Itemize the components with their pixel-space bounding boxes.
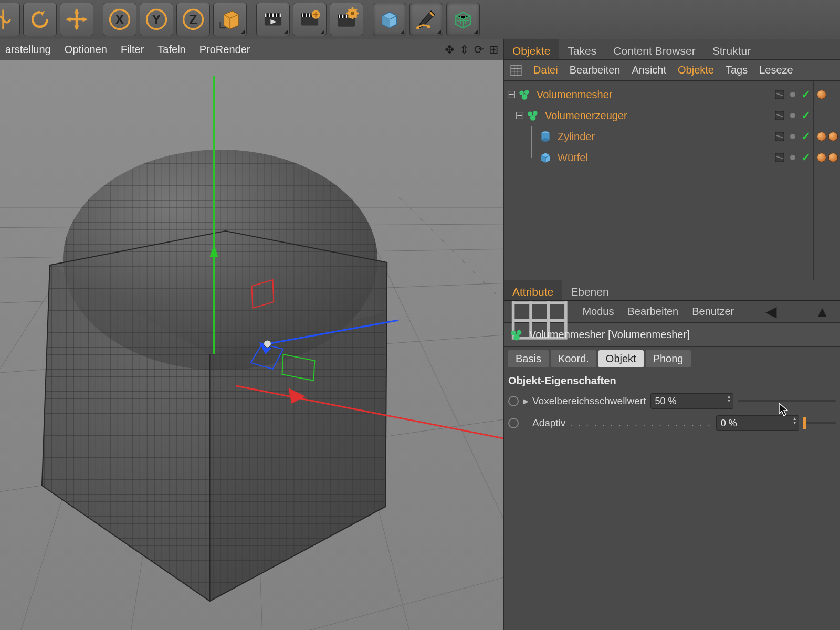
- top-toolbar: X Y Z: [0, 0, 840, 39]
- subtab-basis[interactable]: Basis: [508, 350, 549, 368]
- render-region-button[interactable]: [293, 3, 327, 36]
- phong-tag-icon[interactable]: [828, 132, 838, 141]
- om-menu-objekte[interactable]: Objekte: [678, 64, 714, 76]
- cube-icon: [539, 151, 552, 164]
- om-menu-tags[interactable]: Tags: [726, 64, 748, 76]
- render-settings-button[interactable]: [330, 3, 363, 36]
- param-value-text: 0 %: [721, 418, 737, 429]
- generator-button[interactable]: [446, 3, 480, 36]
- param-value-field[interactable]: 50 % ▲▼: [650, 393, 733, 409]
- enable-check-icon[interactable]: ✓: [801, 89, 811, 100]
- tab-objekte[interactable]: Objekte: [504, 39, 559, 59]
- spin-down-icon[interactable]: ▼: [727, 399, 731, 403]
- om-menu-bearbeiten[interactable]: Bearbeiten: [570, 64, 621, 76]
- svg-point-42: [524, 90, 529, 94]
- vis-dot[interactable]: [790, 134, 795, 139]
- subtab-objekt[interactable]: Objekt: [598, 350, 644, 368]
- tab-ebenen[interactable]: Ebenen: [562, 280, 617, 300]
- layer-toggle[interactable]: [775, 111, 784, 120]
- phong-tag-icon[interactable]: [817, 153, 826, 162]
- layer-toggle[interactable]: [775, 132, 784, 141]
- keyframe-toggle[interactable]: [508, 396, 519, 406]
- attr-menu-benutzer[interactable]: Benutzer: [692, 306, 734, 318]
- axis-z-button[interactable]: Z: [176, 3, 210, 36]
- om-menu-lesezeichen[interactable]: Leseze: [759, 64, 793, 76]
- svg-rect-39: [511, 65, 521, 76]
- tree-row-wuerfel[interactable]: Würfel: [504, 147, 772, 168]
- vis-dot[interactable]: [790, 155, 795, 160]
- viewport-menu-options[interactable]: Optionen: [65, 44, 107, 56]
- attr-menu-bearbeiten[interactable]: Bearbeiten: [627, 306, 678, 318]
- phong-tag-icon[interactable]: [828, 153, 838, 162]
- svg-point-15: [416, 26, 419, 29]
- svg-point-16: [427, 25, 430, 28]
- tree-row-zylinder[interactable]: Zylinder: [504, 126, 772, 147]
- tree-row-volumenmesher[interactable]: Volumenmesher: [504, 84, 772, 105]
- param-slider[interactable]: [738, 393, 836, 409]
- viewport-menu-display[interactable]: arstellung: [5, 44, 51, 56]
- tree-label: Volumenmesher: [537, 89, 613, 101]
- tree-label: Volumenerzeuger: [545, 110, 627, 122]
- disclose-icon[interactable]: ▶: [523, 397, 528, 405]
- viewport-menu-panels[interactable]: Tafeln: [158, 44, 185, 56]
- object-manager-menu: Datei Bearbeiten Ansicht Objekte Tags Le…: [504, 60, 840, 81]
- attribute-tabs: Attribute Ebenen: [504, 280, 840, 301]
- tab-struktur[interactable]: Struktur: [704, 39, 760, 59]
- render-view-button[interactable]: [256, 3, 290, 36]
- svg-point-38: [264, 340, 271, 348]
- primitive-cube-button[interactable]: [373, 3, 406, 36]
- param-value-field[interactable]: 0 % ▲▼: [716, 415, 799, 431]
- viewport-3d[interactable]: [0, 60, 503, 630]
- param-label: Voxelbereichsschwellwert: [532, 395, 646, 407]
- expand-icon[interactable]: [507, 90, 516, 99]
- spline-pen-button[interactable]: [410, 3, 443, 36]
- svg-point-47: [530, 115, 536, 121]
- enable-check-icon[interactable]: ✓: [801, 152, 811, 163]
- volume-mesher-icon: [509, 328, 524, 342]
- vis-dot[interactable]: [790, 113, 795, 118]
- axis-y-button[interactable]: Y: [140, 3, 173, 36]
- layer-toggle[interactable]: [775, 153, 784, 162]
- nav-up-icon[interactable]: ▲: [811, 303, 834, 320]
- tree-row-volumenerzeuger[interactable]: Volumenerzeuger: [504, 105, 772, 126]
- tab-content-browser[interactable]: Content Browser: [605, 39, 704, 59]
- tree-label: Zylinder: [558, 131, 595, 143]
- om-menu-ansicht[interactable]: Ansicht: [632, 64, 666, 76]
- attr-menu-modus[interactable]: Modus: [582, 306, 614, 318]
- tab-takes[interactable]: Takes: [559, 39, 605, 59]
- svg-point-50: [541, 138, 549, 142]
- axis-x-button[interactable]: X: [103, 3, 136, 36]
- tool-symmetry-button[interactable]: [0, 3, 20, 36]
- svg-text:Z: Z: [189, 12, 197, 27]
- param-dots: . . . . . . . . . . . . . . . . . .: [570, 418, 711, 428]
- viewport-maximize-icon[interactable]: ⊞: [489, 43, 498, 57]
- svg-point-46: [533, 111, 538, 116]
- attribute-subtabs: Basis Koord. Objekt Phong: [504, 347, 840, 371]
- viewport-menu-prorender[interactable]: ProRender: [200, 44, 250, 56]
- tool-rotate-button[interactable]: [23, 3, 57, 36]
- vis-dot[interactable]: [790, 92, 795, 97]
- tool-move-button[interactable]: [60, 3, 93, 36]
- viewport-zoom-icon[interactable]: ⇕: [459, 43, 469, 57]
- phong-tag-icon[interactable]: [817, 132, 826, 141]
- subtab-koord[interactable]: Koord.: [551, 350, 596, 368]
- param-slider[interactable]: [803, 415, 836, 431]
- tab-attribute[interactable]: Attribute: [504, 280, 562, 300]
- spin-down-icon[interactable]: ▼: [793, 421, 797, 425]
- enable-check-icon[interactable]: ✓: [801, 131, 811, 142]
- viewport-rotate-icon[interactable]: ⟳: [474, 43, 484, 57]
- coord-system-button[interactable]: [213, 3, 247, 36]
- om-menu-datei[interactable]: Datei: [533, 64, 558, 76]
- expand-icon[interactable]: [516, 111, 524, 120]
- viewport-move-icon[interactable]: ✥: [445, 43, 454, 57]
- volume-builder-icon: [526, 109, 540, 122]
- enable-check-icon[interactable]: ✓: [801, 110, 811, 121]
- phong-tag-icon[interactable]: [817, 90, 826, 99]
- subtab-phong[interactable]: Phong: [646, 350, 691, 368]
- layer-toggle[interactable]: [775, 90, 784, 99]
- keyframe-toggle[interactable]: [508, 418, 519, 428]
- viewport-menubar: arstellung Optionen Filter Tafeln ProRen…: [0, 39, 503, 60]
- viewport-menu-filter[interactable]: Filter: [121, 44, 144, 56]
- nav-back-icon[interactable]: ◀: [761, 303, 781, 320]
- view-grid-icon[interactable]: [510, 65, 522, 76]
